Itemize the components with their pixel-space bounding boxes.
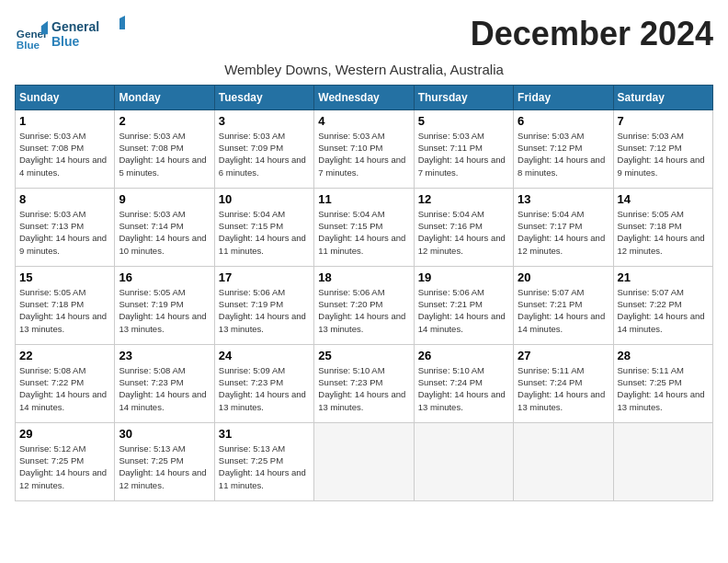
day-number: 18 xyxy=(318,270,409,284)
header: General Blue General Blue December 2024 xyxy=(15,15,713,58)
day-number: 10 xyxy=(219,192,310,206)
calendar-cell xyxy=(613,422,712,500)
calendar-cell: 20Sunrise: 5:07 AMSunset: 7:21 PMDayligh… xyxy=(514,266,613,344)
calendar-cell: 10Sunrise: 5:04 AMSunset: 7:15 PMDayligh… xyxy=(214,188,313,266)
day-info: Sunrise: 5:06 AMSunset: 7:20 PMDaylight:… xyxy=(318,286,409,335)
day-number: 6 xyxy=(518,114,609,128)
calendar-week-5: 29Sunrise: 5:12 AMSunset: 7:25 PMDayligh… xyxy=(16,422,713,500)
svg-marker-2 xyxy=(41,21,48,34)
day-info: Sunrise: 5:13 AMSunset: 7:25 PMDaylight:… xyxy=(219,442,310,491)
day-info: Sunrise: 5:10 AMSunset: 7:23 PMDaylight:… xyxy=(318,364,409,413)
day-info: Sunrise: 5:04 AMSunset: 7:15 PMDaylight:… xyxy=(219,208,310,257)
day-info: Sunrise: 5:03 AMSunset: 7:08 PMDaylight:… xyxy=(119,130,210,178)
day-number: 26 xyxy=(418,349,509,362)
day-info: Sunrise: 5:03 AMSunset: 7:12 PMDaylight:… xyxy=(518,130,609,178)
calendar-cell: 22Sunrise: 5:08 AMSunset: 7:22 PMDayligh… xyxy=(16,344,115,422)
calendar-cell: 13Sunrise: 5:04 AMSunset: 7:17 PMDayligh… xyxy=(514,188,613,266)
day-info: Sunrise: 5:03 AMSunset: 7:14 PMDaylight:… xyxy=(119,208,210,257)
svg-marker-5 xyxy=(119,15,125,29)
day-number: 5 xyxy=(418,114,509,128)
calendar-cell: 23Sunrise: 5:08 AMSunset: 7:23 PMDayligh… xyxy=(115,344,214,422)
day-number: 12 xyxy=(418,192,509,206)
month-title: December 2024 xyxy=(471,15,713,53)
day-number: 3 xyxy=(219,114,310,128)
day-number: 16 xyxy=(119,270,210,284)
header-thursday: Thursday xyxy=(414,85,513,109)
day-info: Sunrise: 5:05 AMSunset: 7:18 PMDaylight:… xyxy=(618,208,709,257)
day-info: Sunrise: 5:07 AMSunset: 7:22 PMDaylight:… xyxy=(618,286,709,335)
svg-text:Blue: Blue xyxy=(51,34,80,49)
header-saturday: Saturday xyxy=(613,85,712,109)
logo-icon: General Blue xyxy=(15,19,48,52)
day-info: Sunrise: 5:08 AMSunset: 7:22 PMDaylight:… xyxy=(19,364,110,413)
day-info: Sunrise: 5:04 AMSunset: 7:17 PMDaylight:… xyxy=(518,208,609,257)
day-info: Sunrise: 5:10 AMSunset: 7:24 PMDaylight:… xyxy=(418,364,509,413)
day-number: 27 xyxy=(518,349,609,362)
day-number: 30 xyxy=(119,427,210,441)
day-info: Sunrise: 5:09 AMSunset: 7:23 PMDaylight:… xyxy=(219,364,310,413)
day-number: 11 xyxy=(318,192,409,206)
svg-text:Blue: Blue xyxy=(17,39,40,51)
day-info: Sunrise: 5:13 AMSunset: 7:25 PMDaylight:… xyxy=(119,442,210,491)
day-number: 15 xyxy=(19,270,110,284)
calendar-cell: 16Sunrise: 5:05 AMSunset: 7:19 PMDayligh… xyxy=(115,266,214,344)
day-info: Sunrise: 5:11 AMSunset: 7:24 PMDaylight:… xyxy=(518,364,609,413)
day-number: 7 xyxy=(618,114,709,128)
calendar-week-1: 1Sunrise: 5:03 AMSunset: 7:08 PMDaylight… xyxy=(16,109,713,188)
header-monday: Monday xyxy=(115,85,214,109)
day-info: Sunrise: 5:06 AMSunset: 7:19 PMDaylight:… xyxy=(219,286,310,335)
logo-text: General Blue xyxy=(51,15,125,58)
calendar-cell: 3Sunrise: 5:03 AMSunset: 7:09 PMDaylight… xyxy=(214,109,313,188)
day-number: 14 xyxy=(618,192,709,206)
calendar-cell: 11Sunrise: 5:04 AMSunset: 7:15 PMDayligh… xyxy=(314,188,414,266)
day-info: Sunrise: 5:06 AMSunset: 7:21 PMDaylight:… xyxy=(418,286,509,335)
calendar-cell: 25Sunrise: 5:10 AMSunset: 7:23 PMDayligh… xyxy=(314,344,414,422)
day-info: Sunrise: 5:03 AMSunset: 7:12 PMDaylight:… xyxy=(618,130,709,178)
day-number: 23 xyxy=(119,349,210,362)
calendar-cell: 24Sunrise: 5:09 AMSunset: 7:23 PMDayligh… xyxy=(214,344,313,422)
day-info: Sunrise: 5:08 AMSunset: 7:23 PMDaylight:… xyxy=(119,364,210,413)
day-number: 17 xyxy=(219,270,310,284)
day-number: 28 xyxy=(618,349,709,362)
calendar-cell: 26Sunrise: 5:10 AMSunset: 7:24 PMDayligh… xyxy=(414,344,513,422)
svg-text:General: General xyxy=(51,19,99,34)
calendar-cell: 31Sunrise: 5:13 AMSunset: 7:25 PMDayligh… xyxy=(214,422,313,500)
day-info: Sunrise: 5:12 AMSunset: 7:25 PMDaylight:… xyxy=(19,442,110,491)
calendar-table: SundayMondayTuesdayWednesdayThursdayFrid… xyxy=(15,85,713,501)
subtitle: Wembley Downs, Western Australia, Austra… xyxy=(15,62,713,77)
header-wednesday: Wednesday xyxy=(314,85,414,109)
calendar-cell: 21Sunrise: 5:07 AMSunset: 7:22 PMDayligh… xyxy=(613,266,712,344)
calendar-cell: 18Sunrise: 5:06 AMSunset: 7:20 PMDayligh… xyxy=(314,266,414,344)
calendar-cell: 9Sunrise: 5:03 AMSunset: 7:14 PMDaylight… xyxy=(115,188,214,266)
calendar-cell: 8Sunrise: 5:03 AMSunset: 7:13 PMDaylight… xyxy=(16,188,115,266)
calendar-cell: 27Sunrise: 5:11 AMSunset: 7:24 PMDayligh… xyxy=(514,344,613,422)
calendar-cell xyxy=(514,422,613,500)
day-number: 4 xyxy=(318,114,409,128)
calendar-cell: 30Sunrise: 5:13 AMSunset: 7:25 PMDayligh… xyxy=(115,422,214,500)
calendar-cell: 17Sunrise: 5:06 AMSunset: 7:19 PMDayligh… xyxy=(214,266,313,344)
day-info: Sunrise: 5:07 AMSunset: 7:21 PMDaylight:… xyxy=(518,286,609,335)
day-number: 2 xyxy=(119,114,210,128)
day-number: 24 xyxy=(219,349,310,362)
day-info: Sunrise: 5:04 AMSunset: 7:16 PMDaylight:… xyxy=(418,208,509,257)
calendar-week-2: 8Sunrise: 5:03 AMSunset: 7:13 PMDaylight… xyxy=(16,188,713,266)
day-number: 1 xyxy=(19,114,110,128)
calendar-header-row: SundayMondayTuesdayWednesdayThursdayFrid… xyxy=(16,85,713,109)
day-info: Sunrise: 5:03 AMSunset: 7:10 PMDaylight:… xyxy=(318,130,409,178)
day-info: Sunrise: 5:03 AMSunset: 7:11 PMDaylight:… xyxy=(418,130,509,178)
day-number: 21 xyxy=(618,270,709,284)
calendar-week-3: 15Sunrise: 5:05 AMSunset: 7:18 PMDayligh… xyxy=(16,266,713,344)
day-info: Sunrise: 5:03 AMSunset: 7:13 PMDaylight:… xyxy=(19,208,110,257)
day-info: Sunrise: 5:05 AMSunset: 7:18 PMDaylight:… xyxy=(19,286,110,335)
day-number: 25 xyxy=(318,349,409,362)
header-sunday: Sunday xyxy=(16,85,115,109)
day-number: 8 xyxy=(19,192,110,206)
calendar-cell: 29Sunrise: 5:12 AMSunset: 7:25 PMDayligh… xyxy=(16,422,115,500)
day-info: Sunrise: 5:11 AMSunset: 7:25 PMDaylight:… xyxy=(618,364,709,413)
day-info: Sunrise: 5:04 AMSunset: 7:15 PMDaylight:… xyxy=(318,208,409,257)
day-number: 22 xyxy=(19,349,110,362)
header-tuesday: Tuesday xyxy=(214,85,313,109)
calendar-cell xyxy=(414,422,513,500)
calendar-cell: 7Sunrise: 5:03 AMSunset: 7:12 PMDaylight… xyxy=(613,109,712,188)
day-info: Sunrise: 5:05 AMSunset: 7:19 PMDaylight:… xyxy=(119,286,210,335)
